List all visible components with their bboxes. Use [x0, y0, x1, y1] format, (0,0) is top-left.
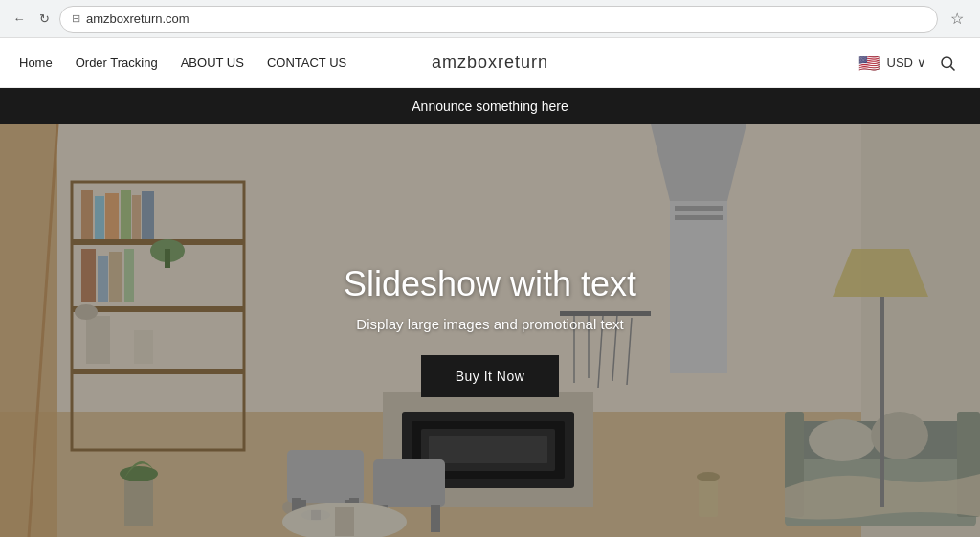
- hero-title: Slideshow with text: [344, 264, 636, 304]
- refresh-button[interactable]: ↻: [36, 11, 52, 27]
- buy-now-button[interactable]: Buy It Now: [421, 355, 560, 397]
- hero-content: Slideshow with text Display large images…: [344, 264, 636, 397]
- hero-subtitle: Display large images and promotional tex…: [344, 316, 636, 332]
- hero-section: Slideshow with text Display large images…: [0, 124, 980, 537]
- browser-controls: ← ↻: [11, 11, 52, 27]
- address-bar[interactable]: ⊟ amzboxreturn.com: [59, 6, 938, 33]
- secure-icon: ⊟: [72, 12, 80, 25]
- chevron-down-icon: ∨: [917, 56, 926, 70]
- search-button[interactable]: [934, 50, 961, 77]
- nav-order-tracking[interactable]: Order Tracking: [76, 56, 158, 70]
- site-logo: amzboxreturn: [432, 53, 548, 73]
- nav-right: 🇺🇸 USD ∨: [858, 50, 961, 77]
- search-icon: [939, 55, 956, 72]
- back-button[interactable]: ←: [11, 11, 27, 27]
- bookmark-button[interactable]: ☆: [946, 8, 969, 31]
- nav-home[interactable]: Home: [19, 56, 53, 70]
- nav-about-us[interactable]: ABOUT US: [181, 56, 244, 70]
- browser-chrome: ← ↻ ⊟ amzboxreturn.com ☆: [0, 0, 980, 38]
- currency-selector[interactable]: USD ∨: [887, 56, 926, 70]
- site-navbar: Home Order Tracking ABOUT US CONTACT US …: [0, 38, 980, 88]
- svg-line-1: [950, 66, 954, 70]
- announcement-text: Announce something here: [412, 99, 568, 114]
- url-text: amzboxreturn.com: [86, 11, 189, 26]
- svg-point-0: [942, 57, 952, 68]
- currency-label: USD: [887, 56, 913, 70]
- nav-contact-us[interactable]: CONTACT US: [267, 56, 346, 70]
- flag-icon: 🇺🇸: [858, 53, 880, 74]
- announcement-bar: Announce something here: [0, 88, 980, 124]
